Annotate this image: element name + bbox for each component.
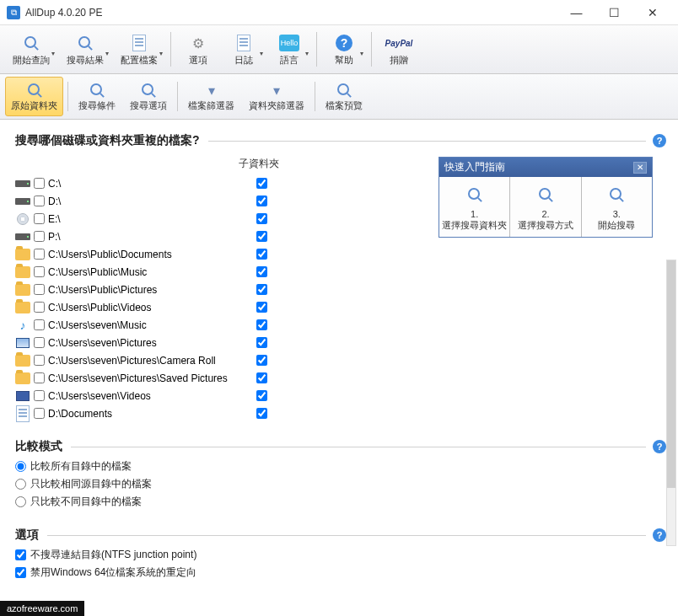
subfolder-checkbox[interactable]	[256, 284, 267, 295]
compare-radio[interactable]	[15, 461, 26, 472]
folder-path: C:\Users\Public\Documents	[48, 249, 256, 260]
folder-select-checkbox[interactable]	[34, 408, 45, 419]
vertical-scrollbar[interactable]	[666, 260, 676, 546]
subfolder-checkbox[interactable]	[256, 231, 267, 242]
folder-select-checkbox[interactable]	[34, 284, 45, 295]
folder-select-checkbox[interactable]	[34, 337, 45, 348]
toolbar-donate[interactable]: PayPal捐贈	[377, 27, 421, 72]
option-checkbox[interactable]	[15, 549, 26, 560]
help-icon[interactable]: ?	[653, 440, 666, 453]
folder-select-checkbox[interactable]	[34, 196, 45, 206]
subfolder-checkbox[interactable]	[256, 408, 267, 419]
subfolder-checkbox[interactable]	[256, 249, 267, 260]
folder-icon	[15, 284, 30, 296]
folder-select-checkbox[interactable]	[34, 355, 45, 366]
help-icon[interactable]: ?	[653, 528, 666, 542]
compare-option[interactable]: 只比較相同源目錄中的檔案	[15, 475, 666, 493]
folder-path: C:\Users\seven\Pictures\Camera Roll	[48, 355, 256, 367]
compare-radio[interactable]	[15, 479, 26, 490]
dropdown-arrow-icon: ▾	[105, 50, 109, 57]
folder-select-checkbox[interactable]	[34, 302, 45, 313]
scrollbar-thumb[interactable]	[667, 260, 675, 488]
compare-radio[interactable]	[15, 496, 26, 507]
guide-step-1[interactable]: 1.選擇搜尋資料夾	[439, 177, 510, 237]
toolbar-log[interactable]: 日誌▾	[222, 27, 266, 72]
content-area: 搜尋哪個磁碟或資料夾重複的檔案? ? 子資料夾 C:\D:\E:\P:\C:\U…	[0, 120, 678, 603]
folder-row[interactable]: C:\Users\seven\Pictures\Saved Pictures	[15, 369, 666, 387]
folder-select-checkbox[interactable]	[34, 249, 45, 260]
toolbar-language[interactable]: Hello語言▾	[267, 27, 311, 72]
toolbar-config-file[interactable]: 配置檔案▾	[113, 27, 165, 72]
tab-search-criteria[interactable]: 搜尋條件	[73, 77, 121, 116]
subfolder-checkbox[interactable]	[256, 390, 267, 401]
compare-option-label: 只比較不同目錄中的檔案	[30, 495, 142, 509]
folder-path: C:\Users\Public\Music	[48, 266, 256, 278]
folder-row[interactable]: C:\Users\seven\Videos	[15, 387, 666, 404]
guide-step-2[interactable]: 2.選擇搜尋方式	[510, 177, 581, 237]
drive-icon	[15, 198, 30, 205]
folder-select-checkbox[interactable]	[34, 372, 45, 383]
subfolder-checkbox[interactable]	[256, 178, 267, 189]
folder-row[interactable]: ♪C:\Users\seven\Music	[15, 316, 666, 334]
close-button[interactable]: ✕	[633, 1, 671, 24]
folder-path: C:\Users\seven\Music	[48, 319, 256, 331]
subfolder-checkbox[interactable]	[256, 337, 267, 348]
folder-path: D:\Documents	[48, 408, 256, 420]
dropdown-arrow-icon: ▾	[305, 50, 309, 57]
folder-select-checkbox[interactable]	[34, 213, 45, 224]
folder-select-checkbox[interactable]	[34, 178, 45, 189]
tab-source-folders[interactable]: 原始資料夾	[5, 77, 63, 116]
folder-path: E:\	[48, 213, 256, 225]
compare-option[interactable]: 比較所有目錄中的檔案	[15, 458, 666, 475]
subfolder-checkbox[interactable]	[256, 319, 267, 330]
folder-row[interactable]: C:\Users\Public\Pictures	[15, 281, 666, 298]
toolbar-options[interactable]: ⚙選項	[176, 27, 220, 72]
tab-separator	[177, 82, 178, 111]
folder-path: C:\Users\Public\Pictures	[48, 284, 256, 296]
guide-step-number: 1.	[471, 209, 478, 219]
minimize-button[interactable]: —	[557, 1, 595, 24]
subfolder-checkbox[interactable]	[256, 266, 267, 277]
magnifier-icon	[27, 83, 42, 98]
help-icon[interactable]: ?	[653, 134, 666, 147]
subfolder-checkbox[interactable]	[256, 213, 267, 224]
dropdown-arrow-icon: ▾	[51, 50, 55, 57]
tab-file-preview[interactable]: 檔案預覽	[320, 77, 369, 116]
magnifier-icon	[89, 83, 105, 98]
guide-title-bar[interactable]: 快速入門指南 ✕	[439, 158, 652, 177]
folder-row[interactable]: C:\Users\Public\Music	[15, 263, 666, 281]
toolbar-label: 日誌	[234, 54, 253, 67]
tab-label: 檔案篩選器	[188, 99, 234, 112]
folder-row[interactable]: D:\Documents	[15, 404, 666, 422]
toolbar-start-search[interactable]: 開始查詢▾	[5, 27, 57, 72]
tab-label: 搜尋條件	[78, 99, 116, 112]
folder-row[interactable]: C:\Users\Public\Videos	[15, 298, 666, 316]
option-item[interactable]: 禁用Windows 64位檔案系統的重定向	[15, 564, 666, 581]
guide-close-button[interactable]: ✕	[633, 162, 647, 174]
option-item[interactable]: 不搜尋連結目錄(NTFS junction point)	[15, 546, 666, 564]
toolbar-help[interactable]: ?幫助▾	[322, 27, 366, 72]
toolbar-search-results[interactable]: 搜尋結果▾	[59, 27, 111, 72]
compare-section-header: 比較模式 ?	[15, 432, 666, 458]
folder-select-checkbox[interactable]	[34, 390, 45, 401]
tab-folder-filter[interactable]: ▾資料夾篩選器	[243, 77, 310, 116]
maximize-button[interactable]: ☐	[595, 1, 633, 24]
folder-row[interactable]: C:\Users\seven\Pictures	[15, 334, 666, 351]
subfolder-checkbox[interactable]	[256, 372, 267, 383]
window-title: AllDup 4.0.20 PE	[25, 7, 557, 19]
folder-select-checkbox[interactable]	[34, 266, 45, 277]
subfolder-checkbox[interactable]	[256, 196, 267, 206]
folder-row[interactable]: C:\Users\seven\Pictures\Camera Roll	[15, 351, 666, 369]
subfolder-checkbox[interactable]	[256, 302, 267, 313]
tab-search-options[interactable]: 搜尋選項	[124, 77, 173, 116]
option-checkbox[interactable]	[15, 567, 26, 578]
tab-file-filter[interactable]: ▾檔案篩選器	[182, 77, 240, 116]
folder-select-checkbox[interactable]	[34, 231, 45, 242]
guide-step-3[interactable]: 3.開始搜尋	[582, 177, 652, 237]
folder-path: C:\	[48, 178, 256, 190]
subfolder-checkbox[interactable]	[256, 355, 267, 366]
filter-icon: ▾	[208, 83, 215, 99]
folder-select-checkbox[interactable]	[34, 319, 45, 330]
folder-row[interactable]: C:\Users\Public\Documents	[15, 245, 666, 263]
compare-option[interactable]: 只比較不同目錄中的檔案	[15, 493, 666, 511]
